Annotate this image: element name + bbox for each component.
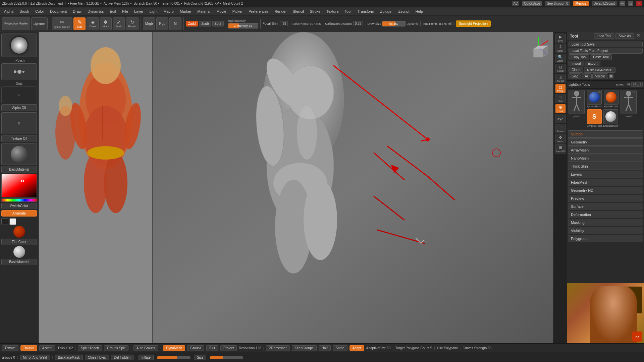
size-slider[interactable] <box>210 356 243 359</box>
zsub-btn[interactable]: Zsub <box>199 21 211 26</box>
eraser-brush-thumb[interactable] <box>603 109 618 124</box>
move-btn[interactable]: ✥ Move <box>100 17 112 30</box>
small-sphere[interactable] <box>13 226 25 238</box>
zremesher-btn[interactable]: ZRemesher <box>266 345 289 351</box>
default-zscript-btn[interactable]: DefaultZScript <box>592 1 617 6</box>
menu-help[interactable]: Help <box>413 9 426 14</box>
menu-light[interactable]: Light <box>147 9 160 14</box>
adapt-btn[interactable]: Adapt <box>350 345 364 351</box>
menu-stroke[interactable]: Stroke <box>307 9 323 14</box>
zadd-btn[interactable]: Zadd <box>186 21 198 26</box>
backface-mask-btn[interactable]: BackfaceMask <box>55 355 83 360</box>
split-hidden-btn[interactable]: Split Hidden <box>78 345 102 351</box>
menu-layer[interactable]: Layer <box>131 9 146 14</box>
move-icon-btn[interactable]: ✥ Move <box>555 134 566 143</box>
rgb-btn[interactable]: Rgb <box>156 17 168 30</box>
center-canvas[interactable] <box>39 32 553 343</box>
frame-btn[interactable]: ⬚ Frame <box>555 124 566 133</box>
array-mesh-btn[interactable]: ArrayMesh <box>568 146 643 154</box>
surface-btn[interactable]: Surface <box>568 203 643 210</box>
alpha-placeholder[interactable]: ⊞ <box>1 86 37 103</box>
alpha-brush-thumb[interactable] <box>604 90 619 105</box>
close-holes-btn[interactable]: Close Holes <box>85 355 109 360</box>
color-picker[interactable] <box>1 174 37 197</box>
scale-btn[interactable]: ⤢ Scale <box>113 17 125 30</box>
persp-btn[interactable]: ◻ Persp <box>555 84 566 93</box>
project-btn[interactable]: Project <box>220 345 237 351</box>
scroll-btn[interactable]: ⇕ Scroll <box>555 44 566 53</box>
geometry-hd-btn[interactable]: Geometry HD <box>568 187 643 194</box>
edit-btn[interactable]: ✎ Edit <box>73 17 86 30</box>
draw-size-slider[interactable]: 56.467 <box>382 21 406 26</box>
layers-btn[interactable]: Layers <box>568 171 643 178</box>
white-swatch[interactable] <box>9 218 16 225</box>
menu-marker[interactable]: Marker <box>177 9 194 14</box>
goz-btn[interactable]: GoZ <box>569 73 581 79</box>
menu-zscript[interactable]: Zscript <box>396 9 412 14</box>
local-btn[interactable]: ⊕ Local <box>555 104 566 113</box>
navigation-cube[interactable] <box>527 36 550 59</box>
xyz-btn[interactable]: xyz <box>555 114 566 123</box>
draw-btn[interactable]: ◈ Draw <box>87 17 99 30</box>
groups-split-btn[interactable]: Groups Split <box>104 345 128 351</box>
maximize-btn[interactable]: □ <box>628 1 633 6</box>
deformation-btn[interactable]: Deformation <box>568 211 643 218</box>
black-swatch[interactable] <box>1 218 8 225</box>
menu-color[interactable]: Color <box>33 9 47 14</box>
menu-document[interactable]: Document <box>47 9 69 14</box>
actual-btn[interactable]: ⊡ Actual <box>555 64 566 73</box>
subtool-btn[interactable]: Subtool <box>568 130 643 138</box>
load-tool-btn[interactable]: Load Tool <box>594 33 614 39</box>
m-btn[interactable]: M <box>169 17 181 30</box>
quick-sketch-btn[interactable]: ✏ Quick Sketch <box>52 17 72 30</box>
close-panel-icon[interactable]: ✕ <box>635 33 641 39</box>
posed-figure-thumb[interactable] <box>569 90 585 114</box>
copy-tool-btn[interactable]: Copy Tool <box>569 54 589 60</box>
blur-btn[interactable]: Blur <box>206 345 218 351</box>
dots-preview[interactable] <box>1 63 37 80</box>
lightbox-tools-label[interactable]: Lightbox Tools <box>569 83 590 86</box>
geometry-btn[interactable]: Geometry <box>568 138 643 146</box>
material-preview[interactable] <box>1 143 37 165</box>
hue-bar[interactable] <box>1 198 37 202</box>
inflate-btn[interactable]: Inflate <box>139 355 154 360</box>
flat-color-btn[interactable]: Flat Color <box>1 239 37 245</box>
menu-draw[interactable]: Draw <box>70 9 84 14</box>
half-btn[interactable]: Half <box>319 345 331 351</box>
paste-tool-btn[interactable]: Paste Tool <box>590 54 612 60</box>
focal-shift-val[interactable]: -39 <box>280 21 288 26</box>
z-intensity-slider[interactable]: Z Intensity 37 <box>228 23 258 28</box>
visible-btn[interactable]: Visible <box>592 73 608 79</box>
del-hidden-btn[interactable]: Del Hidden <box>111 355 133 360</box>
same-btn[interactable]: Same <box>333 345 347 351</box>
menu-material[interactable]: Material <box>195 9 213 14</box>
mirror-weld-btn[interactable]: Mirror And Weld <box>20 355 50 360</box>
projection-master-btn[interactable]: Projection Master <box>2 17 30 30</box>
menu-edit[interactable]: Edit <box>107 9 119 14</box>
floor-btn[interactable]: ▭ Floor <box>555 94 566 103</box>
make-polymesh-btn[interactable]: Make PolyMesh3D <box>584 67 615 73</box>
zout-btn[interactable]: Zout <box>212 21 224 26</box>
menu-macro[interactable]: Macro <box>161 9 176 14</box>
menu-transform[interactable]: Transform <box>355 9 377 14</box>
dynaMesh-btn[interactable]: DynaMesh <box>163 345 185 351</box>
accept-btn[interactable]: Accept <box>39 345 56 351</box>
import-btn[interactable]: Import <box>569 61 584 66</box>
load-tool-save-btn[interactable]: Load Tool Save <box>569 42 643 47</box>
menu-tool[interactable]: Tool <box>342 9 354 14</box>
main-viewport[interactable] <box>153 32 553 343</box>
menu-picker[interactable]: Picker <box>230 9 246 14</box>
export-btn[interactable]: Export <box>585 61 600 66</box>
menu-zplugin[interactable]: Zplugin <box>377 9 395 14</box>
menu-stencil[interactable]: Stencil <box>290 9 307 14</box>
aahalf-btn[interactable]: ◫ AAHalf <box>555 74 566 83</box>
switch-color-btn[interactable]: SwitchColor <box>1 203 37 209</box>
close-btn[interactable]: ✕ <box>636 1 642 6</box>
calibration-val[interactable]: 0.25 <box>353 21 363 26</box>
rotate-btn[interactable]: ↻ Rotate <box>126 17 139 30</box>
menu-preferences[interactable]: Preferences <box>246 9 271 14</box>
menu-dynamics[interactable]: Dynamics <box>85 9 106 14</box>
clone-btn[interactable]: Clone <box>569 67 583 73</box>
see-through-btn[interactable]: See-through 0 <box>545 1 570 6</box>
menus-btn[interactable]: Menus <box>573 1 589 6</box>
